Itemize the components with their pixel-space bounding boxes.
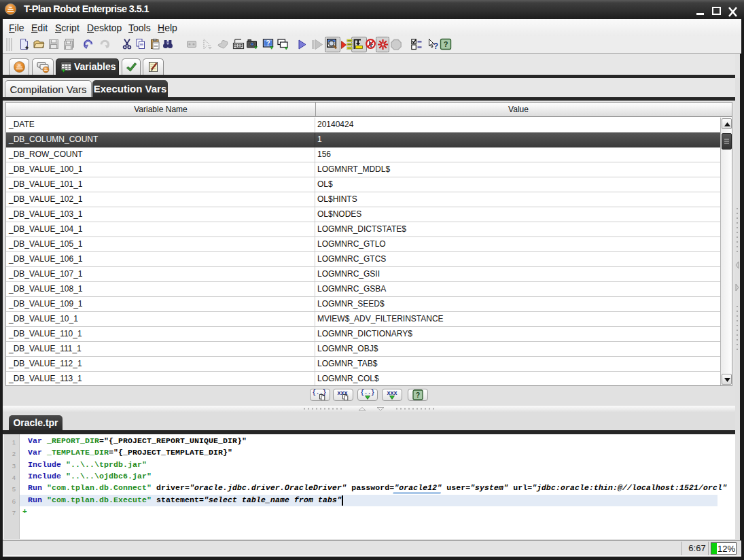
svg-text:?: ? xyxy=(444,40,448,48)
svg-text:{..}: {..} xyxy=(361,389,374,396)
svg-text:?: ? xyxy=(433,41,438,51)
svg-text:?: ? xyxy=(416,391,420,399)
svg-text:?: ? xyxy=(266,39,270,47)
svg-text:xxx: xxx xyxy=(387,389,397,396)
